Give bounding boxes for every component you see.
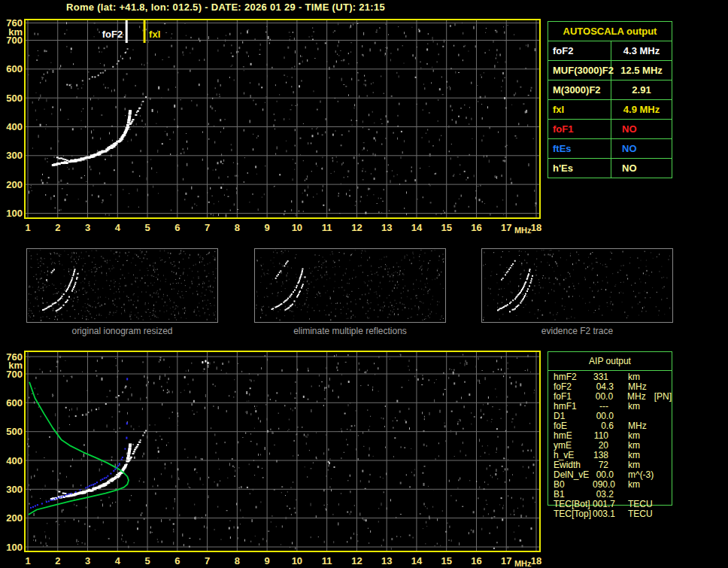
x-tick-label: 10: [292, 555, 302, 566]
parameter-value: 2.91: [611, 80, 672, 99]
parameter-unit: km: [628, 480, 654, 490]
thumbnail-caption: original ionogram resized: [26, 326, 218, 336]
noise-layer: [28, 22, 536, 217]
autoscala-row-fof1: foF1NO: [548, 120, 672, 139]
ionogram-plot-scaled: foF2fxI760700600500400300200100km1234567…: [0, 0, 549, 242]
y-tick-label: 600: [6, 397, 23, 409]
autoscala-app-window: { "title": "Rome (lat: +41.8, lon: 012.5…: [0, 0, 728, 568]
x-tick-label: 10: [292, 222, 302, 233]
parameter-value: NO: [611, 139, 672, 158]
parameter-value: NO: [611, 159, 672, 178]
x-tick-label: 9: [265, 555, 270, 566]
x-tick-label: 4: [115, 222, 121, 233]
parameter-label: MUF(3000)F2: [548, 61, 611, 80]
aip-table-rows: hmF2331kmfoF204.3MHzfoF100.0MHz[PN]hmF1-…: [548, 371, 672, 519]
autoscala-table-rows: foF24.3 MHzMUF(3000)F212.5 MHzM(3000)F22…: [548, 41, 672, 178]
parameter-label: ftEs: [548, 139, 611, 158]
x-tick-label: 6: [174, 222, 180, 233]
autoscala-output-table: AUTOSCALA output foF24.3 MHzMUF(3000)F21…: [548, 21, 672, 178]
parameter-value: NO: [611, 120, 672, 138]
parameter-label: M(3000)F2: [548, 80, 611, 99]
x-tick-label: 13: [381, 222, 392, 233]
parameter-label: TEC[Top]: [554, 509, 593, 519]
x-tick-label: 1: [25, 555, 30, 566]
x-tick-label: 8: [235, 555, 240, 566]
x-tick-label: 7: [205, 555, 210, 566]
x-tick-label: 7: [205, 222, 210, 233]
y-tick-label: 300: [6, 150, 23, 161]
y-tick-label: 600: [6, 63, 23, 74]
aip-output-table: AIP output hmF2331kmfoF204.3MHzfoF100.0M…: [548, 351, 672, 506]
x-axis-unit: MHz: [514, 559, 532, 568]
y-axis-unit: km: [8, 360, 23, 371]
y-tick-label: 500: [6, 426, 23, 437]
x-tick-label: 8: [235, 222, 240, 233]
axis-labels: 760700600500400300200100km12345678910111…: [6, 351, 541, 568]
x-tick-label: 6: [174, 555, 180, 566]
plot-layers: foF2fxI760700600500400300200100km1234567…: [6, 17, 541, 235]
x-tick-label: 9: [265, 222, 270, 233]
x-tick-label: 14: [411, 222, 423, 233]
thumbnail-caption: eliminate multiple reflections: [254, 326, 446, 336]
thumbnail-eliminate-reflections: [254, 248, 446, 323]
x-tick-label: 17: [501, 555, 511, 566]
x-tick-label: 12: [351, 555, 362, 566]
thumbnail-evidence-f2-trace: [481, 248, 673, 323]
profile-layer: [29, 360, 209, 515]
x-tick-label: 15: [441, 555, 451, 566]
parameter-flag: [PN]: [654, 392, 672, 402]
x-tick-label: 5: [144, 555, 150, 566]
foF2-marker-label: foF2: [102, 29, 123, 40]
x-tick-label: 11: [322, 222, 332, 233]
y-tick-label: 300: [6, 484, 23, 495]
autoscala-row-fof2: foF24.3 MHz: [548, 41, 672, 61]
parameter-label: h'Es: [548, 159, 611, 178]
parameter-value: 4.9 MHz: [611, 100, 672, 119]
x-tick-label: 18: [531, 555, 541, 566]
parameter-value: 003.1: [593, 509, 614, 519]
noise-layer: [27, 354, 536, 551]
plot-layers: 760700600500400300200100km12345678910111…: [6, 351, 541, 568]
marker-layer: foF2fxI: [102, 20, 160, 43]
plot-frame: [25, 351, 540, 551]
x-tick-label: 1: [25, 222, 30, 233]
x-tick-label: 13: [381, 555, 392, 566]
x-tick-label: 2: [55, 222, 60, 233]
x-tick-label: 2: [55, 555, 60, 566]
parameter-label: foF2: [548, 41, 611, 60]
parameter-unit: TECU: [628, 509, 654, 519]
y-axis-unit: km: [8, 26, 23, 38]
parameter-value: 12.5 MHz: [611, 61, 672, 80]
plot-frame: [25, 20, 540, 218]
x-tick-label: 16: [471, 222, 481, 233]
grid-layer: [26, 20, 539, 217]
x-axis-unit: MHz: [514, 226, 532, 235]
thumbnail-layers: [483, 250, 670, 320]
trace-layer: [50, 48, 147, 167]
y-tick-label: 400: [6, 455, 23, 466]
x-tick-label: 3: [85, 222, 90, 233]
thumbnail-original-ionogram: [26, 248, 218, 323]
autoscala-row-m3000f2: M(3000)F22.91: [548, 80, 672, 100]
autoscala-row-fxi: fxI4.9 MHz: [548, 100, 672, 120]
ionogram-plot-with-profile: 760700600500400300200100km12345678910111…: [0, 340, 549, 568]
thumbnail-layers: [256, 250, 444, 321]
thumbnail-caption: evidence F2 trace: [481, 326, 673, 336]
thumbnail-layers: [28, 250, 217, 321]
y-tick-label: 400: [6, 121, 23, 132]
x-tick-label: 3: [85, 555, 90, 566]
autoscala-row-muf3000f2: MUF(3000)F212.5 MHz: [548, 61, 672, 80]
x-tick-label: 18: [531, 222, 541, 233]
x-tick-label: 5: [144, 222, 150, 233]
y-tick-label: 100: [6, 208, 23, 219]
grid-layer: [26, 352, 539, 551]
x-tick-label: 16: [471, 555, 481, 566]
y-tick-label: 200: [6, 179, 23, 190]
y-tick-label: 500: [6, 93, 23, 104]
parameter-label: foF1: [548, 120, 611, 138]
y-tick-label: 100: [6, 542, 23, 553]
aip-row-tectop: TEC[Top]003.1TECU: [554, 509, 672, 519]
autoscala-row-ftes: ftEsNO: [548, 139, 672, 159]
parameter-label: fxI: [548, 100, 611, 119]
autoscala-table-title: AUTOSCALA output: [548, 22, 672, 41]
